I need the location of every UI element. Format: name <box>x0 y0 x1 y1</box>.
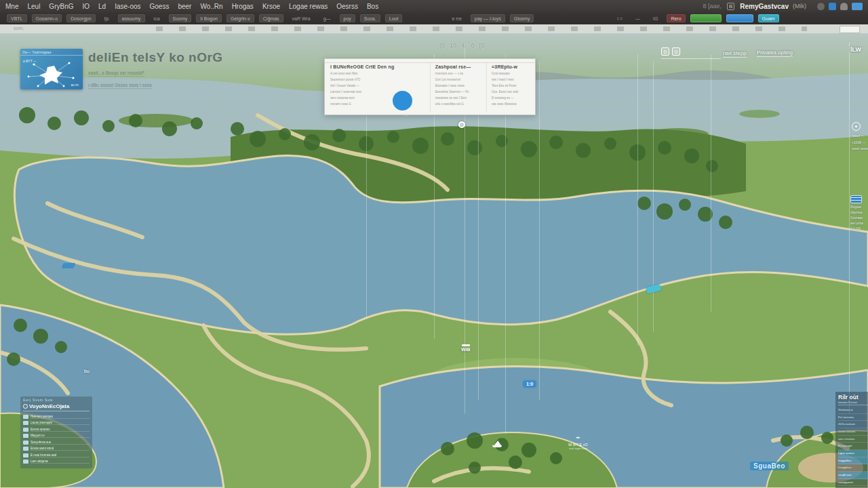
filter-item[interactable]: Gstmaas-w <box>838 407 868 414</box>
map-canvas[interactable]: Oo— Yudnntgtao a WYT — ao rm deliEn tels… <box>0 34 868 488</box>
menu-item-13[interactable]: Bos <box>367 3 378 10</box>
tool-mid-5[interactable]: IG <box>649 14 662 22</box>
legend-item[interactable]: Ensta samt stmd <box>23 446 90 453</box>
filter-item[interactable]: Esssjssqat <box>838 443 868 450</box>
legend-item[interactable]: Hanssrs jamqan <box>23 413 90 420</box>
menu-item-0[interactable]: Mne <box>5 3 18 10</box>
person-icon[interactable] <box>840 3 848 10</box>
point-marker-icon[interactable] <box>458 121 465 128</box>
target-icon <box>23 404 28 409</box>
list-icon[interactable] <box>850 195 862 203</box>
filter-item-selected[interactable]: hsqqsflms <box>838 458 868 465</box>
menu-item-9[interactable]: Hrogas <box>232 3 254 10</box>
tool-button-9[interactable]: Ciğmas <box>259 14 283 22</box>
menu-item-8[interactable]: Wo..Rn <box>200 3 222 10</box>
legend-item[interactable]: Eonss spansv <box>23 426 90 433</box>
tool-bar: VBTL Gosamn-o Dosorgpn Ijs assuumy ica S… <box>0 12 868 24</box>
filter-item[interactable]: Fsl smssma <box>838 414 868 422</box>
menu-item-4[interactable]: Ld <box>98 3 106 10</box>
menubar-badge-icon[interactable]: B <box>727 3 734 10</box>
info-popup-card[interactable]: I BUNeReOGE CrtE Den ng A ost soso ssol … <box>324 58 536 115</box>
record-button[interactable]: Rero <box>667 14 685 22</box>
popup-col3-line: sss ssss Wssssss <box>492 102 530 108</box>
menu-bar: Mne Leul GryBnG IO Ld Iase-oos Goess bee… <box>0 0 868 12</box>
layers-preview-button[interactable] <box>690 14 722 22</box>
menu-item-5[interactable]: Iase-oos <box>115 3 140 10</box>
tool-mid-1[interactable]: pay — I-loys <box>471 14 505 22</box>
tool-button-6[interactable]: Soomy <box>169 14 192 22</box>
popup-col2-line: Eswsass I ssss rssss <box>435 83 486 89</box>
graticule-line <box>539 61 540 400</box>
filter-item[interactable]: Cssa susssts <box>838 428 868 436</box>
filter-item-selected[interactable]: sssqll roat <box>838 472 868 479</box>
menu-item-10[interactable]: Krsoe <box>262 3 280 10</box>
legend-item[interactable]: Sosyohma sun <box>23 439 90 446</box>
map-title-block: deliEn telsY ko nOrG saslL..s Bssqs ssr … <box>88 50 312 89</box>
popup-blue-marker[interactable] <box>393 91 412 110</box>
layer-d-icon[interactable]: D <box>661 47 669 56</box>
map-subtitle-2: i.dBu sssssl Gssss ssss l ssss <box>88 83 152 89</box>
overview-inset-map[interactable]: Oo— Yudnntgtao a WYT — ao rm <box>20 49 83 89</box>
legend-item[interactable]: E mas bromss-asd <box>23 452 90 459</box>
tool-button-13[interactable]: Soos. <box>360 14 380 22</box>
place-label-ravi: ravi stepp <box>723 50 747 58</box>
tool-button-2[interactable]: Dosorgpn <box>66 14 95 22</box>
layer-swatch-icon <box>23 453 28 458</box>
filter-item[interactable]: hssqqilsra <box>838 464 868 472</box>
measure-tag[interactable]: 1:0 <box>524 381 536 387</box>
share-button[interactable]: Guam <box>758 14 779 22</box>
float-icon-4[interactable]: [S <box>479 42 486 49</box>
tool-button-10[interactable]: vaR Wra <box>288 14 315 22</box>
legend-item[interactable]: Lam atogma <box>23 459 90 466</box>
popup-col2-line: sAs s ssssMss sst G <box>435 102 486 108</box>
tool-button-4[interactable]: assuumy <box>118 14 145 22</box>
menu-item-12[interactable]: Oesrss <box>336 3 358 10</box>
tool-button-3[interactable]: Ijs <box>100 14 113 22</box>
tool-button-0[interactable]: VBTL <box>7 14 27 22</box>
menu-item-1[interactable]: Leul <box>27 3 40 10</box>
menu-item-6[interactable]: Goess <box>150 3 170 10</box>
menu-item-2[interactable]: GryBnG <box>49 3 73 10</box>
right-annotation-2: Rsigsas rdqorssa Gsstraas are Lsnta 4.2-… <box>850 195 868 232</box>
legend-item[interactable]: Mayyot vv <box>23 433 90 440</box>
compass-icon[interactable] <box>852 122 861 131</box>
popup-col2-line: rmsrssrs sov — v ss <box>435 71 486 77</box>
status-circle-icon[interactable] <box>817 3 825 10</box>
popup-col2-line: rsssarsss ss sss I Ssm <box>435 96 486 102</box>
menu-item-7[interactable]: beer <box>178 3 191 10</box>
panel-edge-line <box>849 42 850 413</box>
tool-button-8[interactable]: Gelgrtn-v <box>226 14 254 22</box>
tool-mid-3[interactable]: i = <box>613 14 627 22</box>
tool-button-14[interactable]: Loot <box>385 14 403 22</box>
float-icon-1[interactable]: 10 <box>450 42 456 49</box>
filter-item-selected[interactable]: Lqssi asmss <box>838 450 868 458</box>
filter-item[interactable]: aecr rissmas <box>838 436 868 443</box>
selected-place-label[interactable]: SguaBeo <box>750 462 789 470</box>
tool-mid-4[interactable]: — <box>631 14 644 22</box>
map-title: deliEn telsY ko nOrG <box>88 50 312 65</box>
layer-g-icon[interactable]: G <box>672 47 680 56</box>
float-icon-0[interactable]: (0 <box>439 42 445 49</box>
float-icon-3[interactable]: 0 <box>471 42 475 49</box>
tool-button-7[interactable]: Ii Bogon <box>196 14 222 22</box>
popup-col3-line: Gss. Esssl sss sssl <box>492 89 530 96</box>
ruler-corner-box[interactable] <box>840 26 860 33</box>
filter-item[interactable]: 2iOLcssmsm <box>838 421 868 428</box>
legend-item[interactable]: Lacax jnamqqm <box>23 420 90 427</box>
tool-button-12[interactable]: poy <box>340 14 355 22</box>
float-icon-2[interactable]: 4. <box>461 42 467 49</box>
basemap-button[interactable] <box>726 14 753 22</box>
popup-column-3: =3REptu-w Cssl ssssqss sss I rsssl I rss… <box>486 63 530 112</box>
tool-button-11[interactable]: g— <box>319 14 335 22</box>
tool-button-5[interactable]: ica <box>150 14 164 22</box>
app-blue-icon[interactable] <box>829 3 836 10</box>
tool-mid-0[interactable]: e rre <box>448 14 465 22</box>
tool-button-1[interactable]: Gosamn-o <box>32 14 62 22</box>
menu-item-3[interactable]: IO <box>82 3 90 10</box>
account-name[interactable]: RemyGastvcav <box>740 3 789 10</box>
menu-item-11[interactable]: Logae rewas <box>289 3 328 10</box>
window-icon[interactable] <box>852 3 863 10</box>
filter-item[interactable]: ssmqqsmm <box>838 479 868 487</box>
popup-col3-header: =3REptu-w <box>492 64 530 69</box>
tool-mid-2[interactable]: Glosmy <box>510 14 534 22</box>
